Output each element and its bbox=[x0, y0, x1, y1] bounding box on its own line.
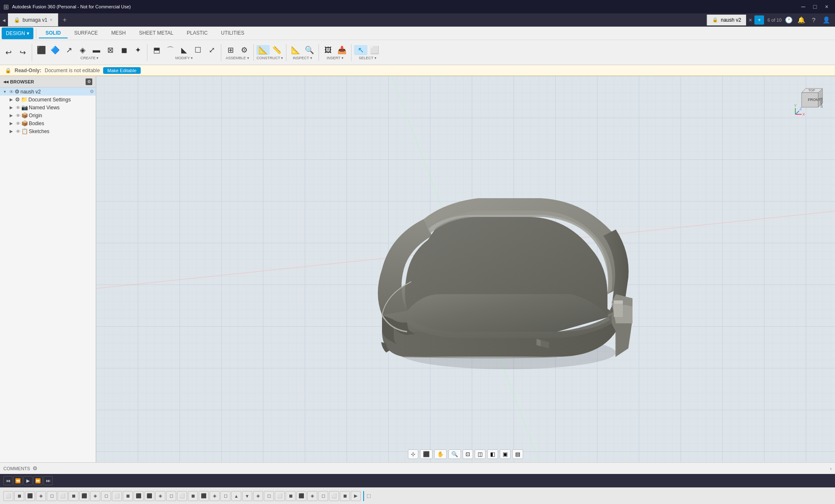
browser-settings-button[interactable]: ⚙ bbox=[86, 78, 92, 85]
play-button[interactable]: ▶ bbox=[23, 476, 33, 485]
timeline-item-8[interactable]: ⬛ bbox=[79, 491, 89, 501]
create-loft-button[interactable]: ◈ bbox=[76, 45, 89, 55]
tab-utilities[interactable]: UTILITIES bbox=[214, 28, 251, 38]
insert-mesh-button[interactable]: 📥 bbox=[335, 45, 349, 55]
timeline-item-27[interactable]: ◼ bbox=[286, 491, 296, 501]
select-more-button[interactable]: ⬜ bbox=[368, 45, 381, 55]
timeline-item-18[interactable]: ◼ bbox=[188, 491, 198, 501]
clock-icon[interactable]: 🕐 bbox=[783, 15, 794, 25]
timeline-item-21[interactable]: ◻ bbox=[220, 491, 230, 501]
timeline-item-4[interactable]: ◈ bbox=[36, 491, 46, 501]
timeline-item-23[interactable]: ▼ bbox=[242, 491, 252, 501]
timeline-item-26[interactable]: ⬜ bbox=[275, 491, 285, 501]
timeline-item-11[interactable]: ⬜ bbox=[112, 491, 122, 501]
tree-item-named-views[interactable]: ▶ 👁 📷 Named Views bbox=[0, 103, 96, 111]
tab-close-button[interactable]: × bbox=[50, 18, 52, 22]
tab-plastic[interactable]: PLASTIC bbox=[180, 28, 214, 38]
make-editable-button[interactable]: Make Editable bbox=[103, 67, 141, 74]
timeline-item-20[interactable]: ◈ bbox=[210, 491, 220, 501]
construct-axis-button[interactable]: 📏 bbox=[270, 45, 283, 55]
sidebar-toggle-icon[interactable]: ◂ bbox=[0, 17, 8, 23]
viewport-visual-style-button[interactable]: ◫ bbox=[475, 449, 486, 459]
create-rib-button[interactable]: ▬ bbox=[90, 45, 103, 55]
assemble-joint-button[interactable]: ⚙ bbox=[238, 45, 251, 55]
profile-icon[interactable]: 👤 bbox=[821, 15, 832, 25]
play-next-button[interactable]: ⏩ bbox=[33, 476, 43, 485]
create-extrude-button[interactable]: ⬛ bbox=[35, 45, 48, 55]
timeline-item-5[interactable]: ◻ bbox=[47, 491, 57, 501]
inspect-measure-button[interactable]: 📐 bbox=[289, 45, 302, 55]
app-grid-icon[interactable]: ⊞ bbox=[3, 3, 9, 11]
construct-offset-plane-button[interactable]: 📐 bbox=[256, 45, 270, 55]
timeline-item-10[interactable]: ◻ bbox=[101, 491, 111, 501]
viewport-fit-button[interactable]: ⊡ bbox=[463, 449, 473, 459]
timeline-item-17[interactable]: ⬜ bbox=[177, 491, 187, 501]
comments-expand-icon[interactable]: › bbox=[830, 466, 832, 471]
close-button[interactable]: × bbox=[822, 3, 832, 11]
redo-button[interactable]: ↪ bbox=[16, 48, 29, 58]
tree-item-root[interactable]: ▾ 👁 ⚙ naush v2 ⚙ bbox=[0, 88, 96, 96]
select-cursor-button[interactable]: ↖ bbox=[354, 45, 367, 55]
tree-item-sketches[interactable]: ▶ 👁 📋 Sketches bbox=[0, 127, 96, 135]
restore-button[interactable]: □ bbox=[810, 3, 820, 11]
tab-solid[interactable]: SOLID bbox=[39, 28, 68, 38]
play-first-button[interactable]: ⏮ bbox=[3, 476, 13, 485]
viewport[interactable]: FRONT TOP RIGHT X Y Z ⊹ ⬛ ✋ 🔍 ⊡ ◫ ◧ ▣ ▤ bbox=[96, 76, 835, 462]
timeline-item-1[interactable]: ⬜ bbox=[3, 491, 13, 501]
create-web-button[interactable]: ⊠ bbox=[104, 45, 117, 55]
insert-canvas-button[interactable]: 🖼 bbox=[321, 45, 335, 55]
create-sweep-button[interactable]: ↗ bbox=[62, 45, 76, 55]
timeline-end-icon[interactable]: ⬚ bbox=[367, 493, 371, 499]
tree-item-bodies[interactable]: ▶ 👁 📦 Bodies bbox=[0, 119, 96, 127]
viewport-pan-button[interactable]: ✋ bbox=[434, 449, 447, 459]
modify-scale-button[interactable]: ⤢ bbox=[205, 45, 218, 55]
tree-root-eye[interactable]: 👁 bbox=[9, 89, 14, 94]
bodies-eye[interactable]: 👁 bbox=[16, 121, 20, 126]
close-naush-button[interactable]: × bbox=[746, 17, 754, 23]
timeline-item-6[interactable]: ⬜ bbox=[58, 491, 68, 501]
origin-eye[interactable]: 👁 bbox=[16, 113, 20, 118]
tree-item-document-settings[interactable]: ▶ ⚙ 📁 Document Settings bbox=[0, 96, 96, 103]
timeline-item-12[interactable]: ◼ bbox=[123, 491, 133, 501]
viewport-display-mode-button[interactable]: ◧ bbox=[487, 449, 498, 459]
minimize-button[interactable]: ─ bbox=[798, 3, 808, 11]
tree-item-origin[interactable]: ▶ 👁 📦 Origin bbox=[0, 111, 96, 119]
timeline-item-33[interactable]: ▶ bbox=[351, 491, 361, 501]
inspect-section-button[interactable]: 🔍 bbox=[303, 45, 316, 55]
timeline-item-3[interactable]: ⬛ bbox=[25, 491, 35, 501]
play-last-button[interactable]: ⏭ bbox=[43, 476, 53, 485]
timeline-item-32[interactable]: ◼ bbox=[340, 491, 350, 501]
nav-cube[interactable]: FRONT TOP RIGHT X Y Z bbox=[793, 84, 827, 118]
create-emboss-button[interactable]: ◼ bbox=[117, 45, 131, 55]
tab-mesh[interactable]: MESH bbox=[104, 28, 132, 38]
timeline-item-22[interactable]: ▲ bbox=[231, 491, 241, 501]
new-document-button[interactable]: + bbox=[754, 15, 764, 25]
tab-sheet-metal[interactable]: SHEET METAL bbox=[132, 28, 180, 38]
timeline-item-25[interactable]: ◻ bbox=[264, 491, 274, 501]
modify-shell-button[interactable]: ☐ bbox=[191, 45, 205, 55]
comments-settings-icon[interactable]: ⚙ bbox=[33, 465, 38, 471]
timeline-item-2[interactable]: ◼ bbox=[14, 491, 24, 501]
collapse-sidebar-icon[interactable]: ◂◂ bbox=[3, 79, 8, 85]
modify-press-pull-button[interactable]: ⬒ bbox=[150, 45, 163, 55]
modify-fillet-button[interactable]: ⌒ bbox=[164, 45, 177, 55]
document-tab[interactable]: 🔒 bumaga v1 × bbox=[8, 13, 58, 26]
design-dropdown-button[interactable]: DESIGN ▾ bbox=[2, 28, 33, 39]
named-views-eye[interactable]: 👁 bbox=[16, 105, 20, 110]
viewport-grid-snap-button[interactable]: ⊹ bbox=[408, 449, 418, 459]
tree-root-settings-icon[interactable]: ⚙ bbox=[90, 89, 94, 94]
timeline-item-7[interactable]: ◼ bbox=[68, 491, 78, 501]
new-tab-button[interactable]: + bbox=[58, 14, 71, 26]
timeline-item-9[interactable]: ◈ bbox=[90, 491, 100, 501]
help-icon[interactable]: ? bbox=[808, 15, 819, 25]
sketches-eye[interactable]: 👁 bbox=[16, 129, 20, 134]
timeline-item-24[interactable]: ◈ bbox=[253, 491, 263, 501]
timeline-item-16[interactable]: ◻ bbox=[166, 491, 176, 501]
modify-chamfer-button[interactable]: ◣ bbox=[177, 45, 191, 55]
timeline-item-28[interactable]: ⬛ bbox=[296, 491, 306, 501]
timeline-item-29[interactable]: ◈ bbox=[307, 491, 317, 501]
play-prev-button[interactable]: ⏪ bbox=[13, 476, 23, 485]
viewport-effects-button[interactable]: ▤ bbox=[512, 449, 523, 459]
timeline-item-13[interactable]: ⬛ bbox=[134, 491, 144, 501]
assemble-new-button[interactable]: ⊞ bbox=[224, 45, 237, 55]
